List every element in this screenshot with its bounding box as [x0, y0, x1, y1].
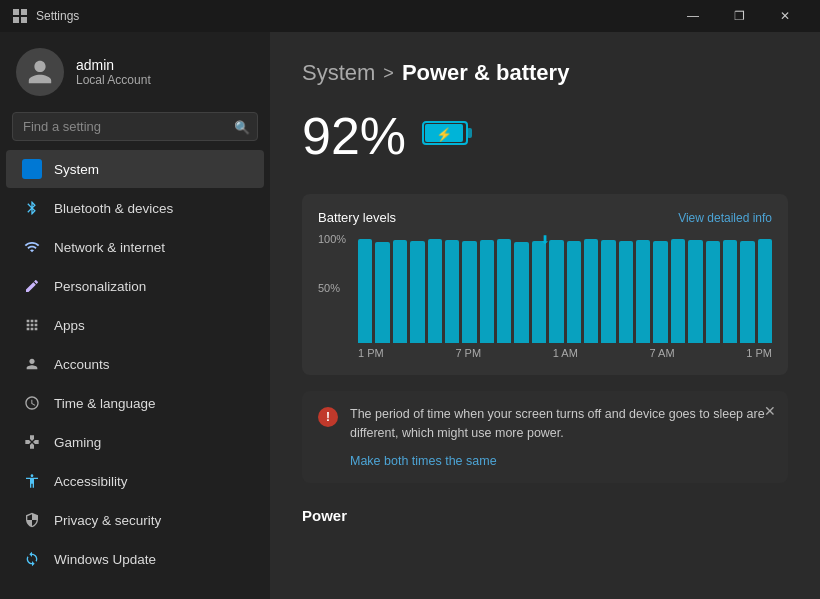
svg-rect-0	[13, 9, 19, 15]
user-info: admin Local Account	[76, 57, 151, 87]
svg-rect-3	[21, 17, 27, 23]
alert-box: ! The period of time when your screen tu…	[302, 391, 788, 483]
svg-rect-2	[13, 17, 19, 23]
sidebar-item-privacy[interactable]: Privacy & security	[6, 501, 264, 539]
maximize-button[interactable]: ❐	[716, 0, 762, 32]
bar	[497, 239, 511, 344]
y-axis: 100% 50% 0%	[318, 233, 346, 343]
alert-content: The period of time when your screen turn…	[350, 405, 772, 469]
bar	[445, 240, 459, 343]
privacy-icon	[22, 510, 42, 530]
x-axis-labels: 1 PM 7 PM 1 AM 7 AM 1 PM	[358, 347, 772, 359]
bar	[514, 242, 528, 343]
sidebar-item-personalization[interactable]: Personalization	[6, 267, 264, 305]
bar	[480, 240, 494, 343]
chart-area: ⬇ 100% 50% 0% 1 PM 7 PM 1 AM 7 AM 1 PM	[318, 233, 772, 359]
content-area: System > Power & battery 92% ⚡ Battery l…	[270, 32, 820, 599]
bar	[619, 241, 633, 343]
bar	[584, 239, 598, 344]
bar	[758, 239, 772, 344]
bar	[410, 241, 424, 343]
titlebar-title: Settings	[36, 9, 670, 23]
bar	[532, 241, 546, 343]
svg-rect-6	[467, 128, 472, 138]
alert-text: The period of time when your screen turn…	[350, 405, 772, 443]
breadcrumb: System > Power & battery	[302, 60, 788, 86]
search-box[interactable]: 🔍	[12, 112, 258, 141]
battery-icon: ⚡	[422, 115, 474, 157]
accounts-icon	[22, 354, 42, 374]
bar	[428, 239, 442, 344]
bar	[706, 241, 720, 343]
titlebar-controls: — ❐ ✕	[670, 0, 808, 32]
alert-close-button[interactable]: ✕	[764, 403, 776, 419]
sidebar-item-gaming[interactable]: Gaming	[6, 423, 264, 461]
sidebar-item-apps[interactable]: Apps	[6, 306, 264, 344]
accessibility-icon	[22, 471, 42, 491]
minimize-button[interactable]: —	[670, 0, 716, 32]
sidebar-item-bluetooth[interactable]: Bluetooth & devices	[6, 189, 264, 227]
svg-text:⚡: ⚡	[436, 126, 453, 143]
bar	[549, 240, 563, 343]
bar	[358, 239, 372, 344]
alert-icon: !	[318, 407, 338, 427]
system-icon	[22, 159, 42, 179]
battery-percentage: 92%	[302, 106, 406, 166]
close-button[interactable]: ✕	[762, 0, 808, 32]
app-container: admin Local Account 🔍 System Bluetooth &…	[0, 32, 820, 599]
network-icon	[22, 237, 42, 257]
sidebar-item-time[interactable]: Time & language	[6, 384, 264, 422]
bar	[567, 241, 581, 343]
breadcrumb-sep: >	[383, 63, 394, 84]
bar	[375, 242, 389, 343]
bar	[462, 241, 476, 343]
chart-detail-link[interactable]: View detailed info	[678, 211, 772, 225]
user-type: Local Account	[76, 73, 151, 87]
battery-status: 92% ⚡	[302, 106, 788, 166]
avatar	[16, 48, 64, 96]
bar	[723, 240, 737, 343]
titlebar-icon	[12, 8, 28, 24]
sidebar-item-update[interactable]: Windows Update	[6, 540, 264, 578]
chart-header: Battery levels View detailed info	[318, 210, 772, 225]
search-icon: 🔍	[234, 119, 250, 134]
svg-rect-1	[21, 9, 27, 15]
titlebar: Settings — ❐ ✕	[0, 0, 820, 32]
alert-action-link[interactable]: Make both times the same	[350, 454, 497, 468]
sidebar-item-network[interactable]: Network & internet	[6, 228, 264, 266]
sidebar-nav: System Bluetooth & devices Network & int…	[0, 149, 270, 579]
bar	[636, 240, 650, 343]
plug-indicator: ⬇	[540, 233, 550, 247]
search-input[interactable]	[12, 112, 258, 141]
sidebar-item-accessibility[interactable]: Accessibility	[6, 462, 264, 500]
bar	[671, 239, 685, 344]
bar	[740, 241, 754, 343]
battery-chart-section: Battery levels View detailed info ⬇ 100%…	[302, 194, 788, 375]
apps-icon	[22, 315, 42, 335]
update-icon	[22, 549, 42, 569]
sidebar-item-accounts[interactable]: Accounts	[6, 345, 264, 383]
user-section: admin Local Account	[0, 32, 270, 108]
power-section-title: Power	[302, 499, 788, 524]
time-icon	[22, 393, 42, 413]
bluetooth-icon	[22, 198, 42, 218]
bar	[653, 241, 667, 343]
personalization-icon	[22, 276, 42, 296]
sidebar-item-system[interactable]: System	[6, 150, 264, 188]
bar-chart	[358, 233, 772, 343]
gaming-icon	[22, 432, 42, 452]
bar	[601, 240, 615, 343]
user-name: admin	[76, 57, 151, 73]
breadcrumb-current: Power & battery	[402, 60, 570, 86]
bar	[393, 240, 407, 343]
bar	[688, 240, 702, 343]
sidebar: admin Local Account 🔍 System Bluetooth &…	[0, 32, 270, 599]
breadcrumb-parent: System	[302, 60, 375, 86]
chart-title: Battery levels	[318, 210, 396, 225]
